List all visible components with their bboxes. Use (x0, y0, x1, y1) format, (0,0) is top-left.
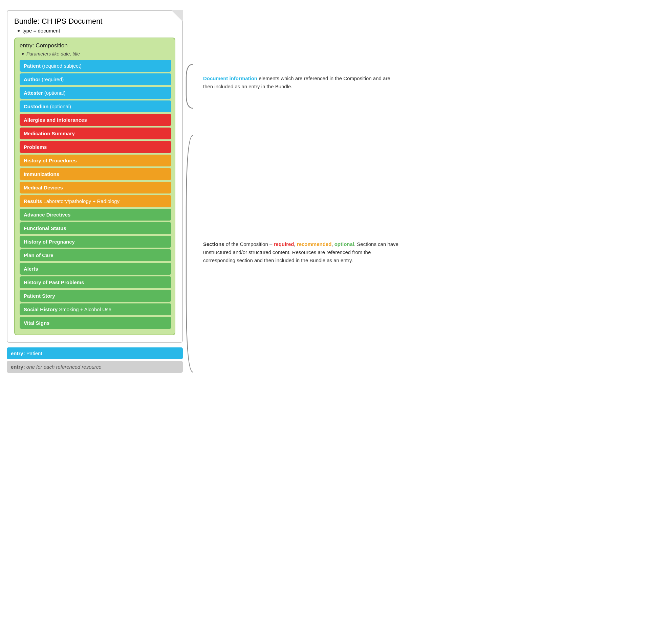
section-medication[interactable]: Medication Summary (20, 128, 171, 139)
composition-param-text: Parameters like date, title (27, 51, 80, 56)
section-results-suffix: Laboratory/pathology + Radiology (42, 198, 119, 204)
section-functional-label: Functional Status (24, 225, 66, 231)
section-immunizations[interactable]: Immunizations (20, 168, 171, 180)
sections-text: Sections of the Composition – required, … (203, 240, 399, 265)
left-column: Bundle: CH IPS Document type = document … (7, 10, 183, 628)
section-vitalsigns-label: Vital Signs (24, 320, 49, 326)
section-patientstory-label: Patient Story (24, 293, 55, 299)
bottom-brace-path (186, 135, 193, 372)
section-author-suffix: (required) (40, 77, 64, 82)
sections-keyword: Sections (203, 241, 225, 247)
section-alerts[interactable]: Alerts (20, 263, 171, 275)
entry-resource-name: one for each referenced resource (25, 364, 101, 370)
section-devices[interactable]: Medical Devices (20, 182, 171, 194)
entry-resource-label: entry: (11, 364, 25, 370)
section-socialhistory-label: Social History (24, 306, 58, 312)
section-patient[interactable]: Patient (required subject) (20, 60, 171, 72)
bundle-box: Bundle: CH IPS Document type = document … (7, 10, 183, 343)
entry-patient-row[interactable]: entry: Patient (7, 348, 183, 359)
section-attester-label: Attester (24, 90, 43, 96)
section-pastproblems[interactable]: History of Past Problems (20, 276, 171, 288)
section-medication-label: Medication Summary (24, 131, 75, 136)
section-problems-label: Problems (24, 144, 47, 150)
bundle-prop: type = document (18, 28, 175, 33)
section-results-label: Results (24, 198, 42, 204)
section-patient-label: Patient (24, 63, 40, 69)
section-pastproblems-label: History of Past Problems (24, 280, 84, 285)
section-vitalsigns[interactable]: Vital Signs (20, 317, 171, 329)
param-bullet-icon (22, 53, 24, 55)
section-custodian-label: Custodian (24, 103, 48, 109)
section-patientstory[interactable]: Patient Story (20, 290, 171, 302)
doc-info-text: Document information elements which are … (203, 74, 399, 91)
opt-label: optional (334, 241, 354, 247)
section-attester[interactable]: Attester (optional) (20, 87, 171, 99)
sections-dash: of the Composition – (225, 241, 274, 247)
section-results[interactable]: Results Laboratory/pathology + Radiology (20, 195, 171, 207)
section-planofcare-label: Plan of Care (24, 252, 53, 258)
section-devices-label: Medical Devices (24, 185, 63, 190)
section-directives[interactable]: Advance Directives (20, 209, 171, 221)
req-label: required (274, 241, 294, 247)
sections-annotation: Sections of the Composition – required, … (203, 240, 399, 265)
section-alerts-label: Alerts (24, 266, 38, 272)
section-immunizations-label: Immunizations (24, 171, 59, 177)
section-problems[interactable]: Problems (20, 141, 171, 153)
section-author[interactable]: Author (required) (20, 73, 171, 85)
section-allergies-label: Allergies and Intolerances (24, 117, 87, 123)
braces-svg (183, 10, 420, 585)
section-allergies[interactable]: Allergies and Intolerances (20, 114, 171, 126)
entry-patient-label: entry: (11, 351, 25, 356)
section-patient-suffix: (required subject) (40, 63, 82, 69)
section-attester-suffix: (optional) (43, 90, 66, 96)
section-functional[interactable]: Functional Status (20, 222, 171, 234)
bullet-icon (18, 30, 20, 32)
bundle-keyword: Bundle: (14, 17, 39, 26)
section-custodian-suffix: (optional) (48, 103, 71, 109)
rec-label: recommended (297, 241, 332, 247)
right-column: Document information elements which are … (183, 10, 665, 628)
top-brace-path (186, 64, 193, 108)
composition-param: Parameters like date, title (22, 51, 171, 56)
section-custodian[interactable]: Custodian (optional) (20, 100, 171, 112)
bundle-title: Bundle: CH IPS Document (14, 17, 175, 26)
bundle-prop-text: type = document (22, 28, 60, 33)
entry-resource-row: entry: one for each referenced resource (7, 361, 183, 373)
section-socialhistory[interactable]: Social History Smoking + Alcohol Use (20, 303, 171, 315)
section-planofcare[interactable]: Plan of Care (20, 249, 171, 261)
section-pregnancy[interactable]: History of Pregnancy (20, 236, 171, 248)
section-pregnancy-label: History of Pregnancy (24, 239, 75, 245)
section-procedures-label: History of Procedures (24, 158, 77, 163)
section-directives-label: Advance Directives (24, 212, 70, 218)
section-procedures[interactable]: History of Procedures (20, 155, 171, 166)
composition-title: entry: Composition (20, 42, 171, 49)
entry-patient-name: Patient (25, 351, 42, 356)
section-author-label: Author (24, 77, 40, 82)
composition-box: entry: Composition Parameters like date,… (14, 37, 175, 335)
section-socialhistory-suffix: Smoking + Alcohol Use (58, 306, 111, 312)
doc-info-annotation: Document information elements which are … (203, 74, 399, 91)
bundle-name: CH IPS Document (42, 17, 102, 26)
doc-info-keyword: Document information (203, 75, 257, 81)
comma2: , (331, 241, 334, 247)
comma1: , (294, 241, 297, 247)
